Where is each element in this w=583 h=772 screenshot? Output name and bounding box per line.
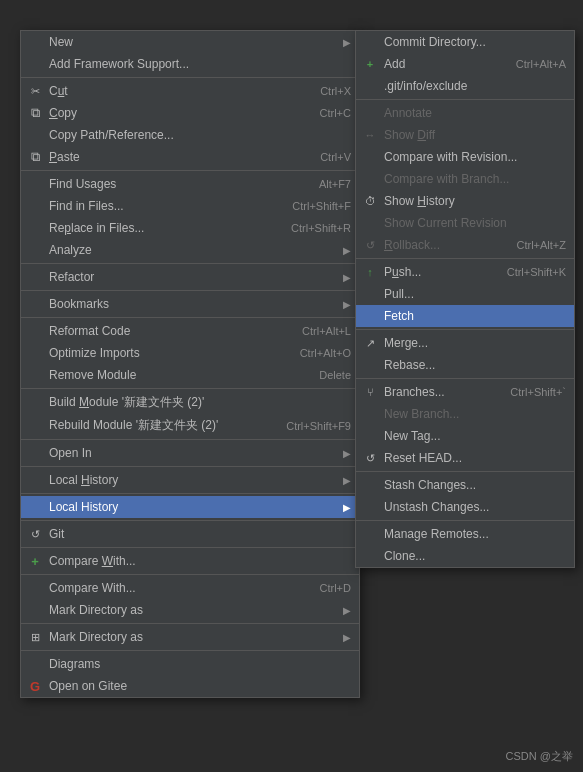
separator-6: [21, 388, 359, 389]
git-reset-head[interactable]: ↺ Reset HEAD...: [356, 447, 574, 469]
menu-item-cut[interactable]: ✂ Cut Ctrl+X: [21, 80, 359, 102]
rollback-icon: ↺: [362, 237, 378, 253]
git-commit-dir[interactable]: Commit Directory...: [356, 31, 574, 53]
show-diff-icon: ↔: [362, 127, 378, 143]
separator-7: [21, 439, 359, 440]
open-in-arrow-icon: ▶: [333, 448, 351, 459]
history-icon: ⏱: [362, 193, 378, 209]
git-clone[interactable]: Clone...: [356, 545, 574, 567]
menu-item-reformat[interactable]: Reformat Code Ctrl+Alt+L: [21, 320, 359, 342]
branches-icon: ⑂: [362, 384, 378, 400]
git-compare-branch[interactable]: Compare with Branch...: [356, 168, 574, 190]
separator-10: [21, 520, 359, 521]
menu-item-open-gitee[interactable]: G Open on Gitee: [21, 675, 359, 697]
git-branches[interactable]: ⑂ Branches... Ctrl+Shift+`: [356, 381, 574, 403]
git-show-history[interactable]: ⏱ Show History: [356, 190, 574, 212]
separator-11: [21, 547, 359, 548]
menu-item-bookmarks[interactable]: Bookmarks ▶: [21, 293, 359, 315]
separator-12: [21, 574, 359, 575]
menu-item-mark-directory[interactable]: Mark Directory as ▶: [21, 599, 359, 621]
menu-item-paste[interactable]: ⧉ Paste Ctrl+V: [21, 146, 359, 168]
git-submenu: Commit Directory... + Add Ctrl+Alt+A .gi…: [355, 30, 575, 568]
analyze-arrow-icon: ▶: [333, 245, 351, 256]
git-stash[interactable]: Stash Changes...: [356, 474, 574, 496]
merge-icon: ↗: [362, 335, 378, 351]
menu-item-open-in[interactable]: Open In ▶: [21, 442, 359, 464]
menu-item-diagrams[interactable]: ⊞ Mark Directory as ▶: [21, 626, 359, 648]
paste-icon: ⧉: [27, 149, 43, 165]
menu-item-find-usages[interactable]: Find Usages Alt+F7: [21, 173, 359, 195]
git-annotate[interactable]: Annotate: [356, 102, 574, 124]
compare-icon: +: [27, 553, 43, 569]
git-add[interactable]: + Add Ctrl+Alt+A: [356, 53, 574, 75]
menu-item-remove-module[interactable]: Remove Module Delete: [21, 364, 359, 386]
git-show-current-revision[interactable]: Show Current Revision: [356, 212, 574, 234]
separator-1: [21, 77, 359, 78]
separator-14: [21, 650, 359, 651]
git-push[interactable]: ↑ Push... Ctrl+Shift+K: [356, 261, 574, 283]
separator-13: [21, 623, 359, 624]
menu-item-copy[interactable]: ⧉ Copy Ctrl+C: [21, 102, 359, 124]
git-sep-2: [356, 258, 574, 259]
menu-item-rebuild-module[interactable]: Rebuild Module '新建文件夹 (2)' Ctrl+Shift+F9: [21, 414, 359, 437]
git-add-icon: +: [362, 56, 378, 72]
menu-item-compare-with[interactable]: + Compare With...: [21, 550, 359, 572]
git-sep-4: [356, 378, 574, 379]
push-icon: ↑: [362, 264, 378, 280]
menu-item-copy-path[interactable]: Copy Path/Reference...: [21, 124, 359, 146]
copy-icon: ⧉: [27, 105, 43, 121]
reload-icon: ↺: [27, 526, 43, 542]
menu-item-convert-kotlin[interactable]: Diagrams: [21, 653, 359, 675]
menu-item-analyze[interactable]: Analyze ▶: [21, 239, 359, 261]
refactor-arrow-icon: ▶: [333, 272, 351, 283]
bookmarks-arrow-icon: ▶: [333, 299, 351, 310]
git-merge[interactable]: ↗ Merge...: [356, 332, 574, 354]
git-fetch[interactable]: Fetch: [356, 305, 574, 327]
separator-9: [21, 493, 359, 494]
separator-3: [21, 263, 359, 264]
separator-2: [21, 170, 359, 171]
arrow-icon: ▶: [333, 37, 351, 48]
mark-directory-arrow-icon: ▶: [333, 605, 351, 616]
git-rollback[interactable]: ↺ Rollback... Ctrl+Alt+Z: [356, 234, 574, 256]
cut-icon: ✂: [27, 83, 43, 99]
git-new-tag[interactable]: New Tag...: [356, 425, 574, 447]
separator-4: [21, 290, 359, 291]
git-unstash[interactable]: Unstash Changes...: [356, 496, 574, 518]
gitee-icon: G: [27, 678, 43, 694]
separator-5: [21, 317, 359, 318]
git-show-diff[interactable]: ↔ Show Diff: [356, 124, 574, 146]
menu-item-find-files[interactable]: Find in Files... Ctrl+Shift+F: [21, 195, 359, 217]
context-menu: New ▶ Add Framework Support... ✂ Cut Ctr…: [20, 30, 360, 698]
menu-item-reload[interactable]: ↺ Git: [21, 523, 359, 545]
menu-item-git[interactable]: Local History ▶: [21, 496, 359, 518]
menu-item-optimize[interactable]: Optimize Imports Ctrl+Alt+O: [21, 342, 359, 364]
separator-8: [21, 466, 359, 467]
git-arrow-icon: ▶: [333, 502, 351, 513]
git-sep-6: [356, 520, 574, 521]
diagrams-arrow-icon: ▶: [333, 632, 351, 643]
git-new-branch[interactable]: New Branch...: [356, 403, 574, 425]
git-sep-5: [356, 471, 574, 472]
diagrams-icon: ⊞: [27, 629, 43, 645]
git-rebase[interactable]: Rebase...: [356, 354, 574, 376]
git-sep-1: [356, 99, 574, 100]
menu-item-local-history[interactable]: Local History ▶: [21, 469, 359, 491]
menu-item-open-module-settings[interactable]: Compare With... Ctrl+D: [21, 577, 359, 599]
menu-item-new[interactable]: New ▶: [21, 31, 359, 53]
menu-item-build-module[interactable]: Build Module '新建文件夹 (2)': [21, 391, 359, 414]
git-manage-remotes[interactable]: Manage Remotes...: [356, 523, 574, 545]
git-compare-revision[interactable]: Compare with Revision...: [356, 146, 574, 168]
local-history-arrow-icon: ▶: [333, 475, 351, 486]
watermark: CSDN @之举: [506, 749, 573, 764]
git-exclude[interactable]: .git/info/exclude: [356, 75, 574, 97]
git-pull[interactable]: Pull...: [356, 283, 574, 305]
menu-item-refactor[interactable]: Refactor ▶: [21, 266, 359, 288]
menu-item-replace-files[interactable]: Replace in Files... Ctrl+Shift+R: [21, 217, 359, 239]
git-sep-3: [356, 329, 574, 330]
reset-head-icon: ↺: [362, 450, 378, 466]
menu-item-add-framework[interactable]: Add Framework Support...: [21, 53, 359, 75]
